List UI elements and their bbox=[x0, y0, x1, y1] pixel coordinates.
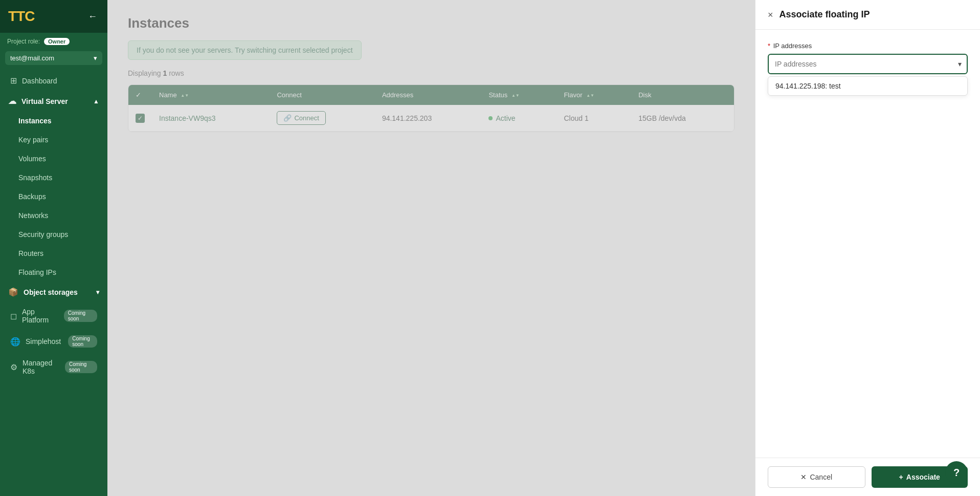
dashboard-label: Dashboard bbox=[22, 77, 57, 85]
collapse-button[interactable]: ← bbox=[86, 9, 99, 24]
snapshots-label: Snapshots bbox=[18, 174, 52, 182]
server-icon: ☁ bbox=[8, 96, 16, 106]
sidebar-item-networks[interactable]: Networks bbox=[10, 206, 105, 225]
project-role-label: Project role: bbox=[7, 38, 40, 45]
sidebar-item-app-platform[interactable]: ◻ App Platform Coming soon bbox=[2, 303, 105, 329]
overlay bbox=[107, 0, 755, 496]
cancel-label: Cancel bbox=[810, 473, 832, 481]
key-pairs-label: Key pairs bbox=[18, 136, 48, 144]
sidebar-item-backups[interactable]: Backups bbox=[10, 187, 105, 206]
sidebar-item-simplehost[interactable]: 🌐 Simplehost Coming soon bbox=[2, 330, 105, 353]
volumes-label: Volumes bbox=[18, 155, 46, 163]
cancel-icon: ✕ bbox=[800, 473, 807, 481]
simplehost-badge: Coming soon bbox=[68, 335, 97, 348]
sidebar: TTC ← Project role: Owner test@mail.com … bbox=[0, 0, 107, 496]
cancel-button[interactable]: ✕ Cancel bbox=[768, 466, 865, 488]
ip-field-label: * IP addresses bbox=[768, 42, 968, 50]
sidebar-item-volumes[interactable]: Volumes bbox=[10, 149, 105, 168]
sidebar-item-managed-k8s[interactable]: ⚙ Managed K8s Coming soon bbox=[2, 354, 105, 380]
help-button[interactable]: ? bbox=[945, 461, 968, 484]
panel-close-button[interactable]: × bbox=[768, 10, 773, 19]
associate-label: Associate bbox=[906, 473, 940, 481]
object-storages-left: 📦 Object storages bbox=[8, 287, 78, 297]
panel-header: × Associate floating IP bbox=[755, 0, 980, 30]
object-storages-section[interactable]: 📦 Object storages ▾ bbox=[0, 282, 107, 302]
virtual-server-subnav: Instances Key pairs Volumes Snapshots Ba… bbox=[0, 111, 107, 282]
account-selector[interactable]: test@mail.com ▾ bbox=[5, 51, 102, 65]
sidebar-item-key-pairs[interactable]: Key pairs bbox=[10, 131, 105, 149]
storage-icon: 📦 bbox=[8, 287, 18, 297]
plus-icon: + bbox=[899, 473, 903, 481]
help-icon: ? bbox=[953, 467, 960, 479]
chevron-down-icon: ▾ bbox=[96, 289, 99, 296]
sidebar-item-floating-ips[interactable]: Floating IPs bbox=[10, 263, 105, 282]
chevron-up-icon: ▲ bbox=[93, 98, 99, 105]
required-indicator: * bbox=[768, 42, 770, 50]
sidebar-item-routers[interactable]: Routers bbox=[10, 244, 105, 263]
sidebar-item-instances[interactable]: Instances bbox=[10, 112, 105, 130]
app-platform-badge: Coming soon bbox=[64, 310, 97, 322]
ip-dropdown-item[interactable]: 94.141.225.198: test bbox=[768, 77, 967, 95]
k8s-icon: ⚙ bbox=[10, 362, 17, 372]
backups-label: Backups bbox=[18, 192, 46, 201]
virtual-server-label: Virtual Server bbox=[21, 97, 68, 105]
ip-select-wrapper[interactable]: ▾ bbox=[768, 54, 968, 74]
app-platform-icon: ◻ bbox=[10, 311, 17, 321]
sidebar-item-security-groups[interactable]: Security groups bbox=[10, 225, 105, 244]
sidebar-item-snapshots[interactable]: Snapshots bbox=[10, 168, 105, 187]
chevron-down-icon: ▾ bbox=[94, 54, 97, 62]
logo: TTC bbox=[8, 8, 34, 25]
simplehost-label: Simplehost bbox=[26, 337, 61, 346]
virtual-server-left: ☁ Virtual Server bbox=[8, 96, 68, 106]
panel-body: * IP addresses ▾ 94.141.225.198: test bbox=[755, 30, 980, 458]
routers-label: Routers bbox=[18, 249, 43, 257]
associate-floating-ip-panel: × Associate floating IP * IP addresses ▾… bbox=[755, 0, 980, 496]
sidebar-item-dashboard[interactable]: ⊞ Dashboard bbox=[2, 71, 105, 91]
managed-k8s-label: Managed K8s bbox=[23, 359, 58, 375]
floating-ips-label: Floating IPs bbox=[18, 268, 56, 276]
managed-k8s-badge: Coming soon bbox=[65, 361, 97, 373]
security-groups-label: Security groups bbox=[18, 230, 68, 239]
dashboard-icon: ⊞ bbox=[10, 76, 17, 85]
main-content: Instances If you do not see your servers… bbox=[107, 0, 755, 496]
simplehost-icon: 🌐 bbox=[10, 337, 20, 347]
virtual-server-section[interactable]: ☁ Virtual Server ▲ bbox=[0, 91, 107, 111]
panel-title: Associate floating IP bbox=[779, 9, 870, 20]
project-role-section: Project role: Owner bbox=[0, 33, 107, 48]
networks-label: Networks bbox=[18, 211, 48, 220]
owner-badge: Owner bbox=[44, 38, 70, 45]
app-platform-label: App Platform bbox=[22, 308, 57, 324]
instances-label: Instances bbox=[18, 117, 52, 125]
ip-dropdown-list: 94.141.225.198: test bbox=[768, 76, 968, 96]
object-storages-label: Object storages bbox=[24, 288, 78, 296]
ip-addresses-input[interactable] bbox=[769, 55, 967, 73]
sidebar-header: TTC ← bbox=[0, 0, 107, 33]
account-email: test@mail.com bbox=[10, 54, 54, 62]
